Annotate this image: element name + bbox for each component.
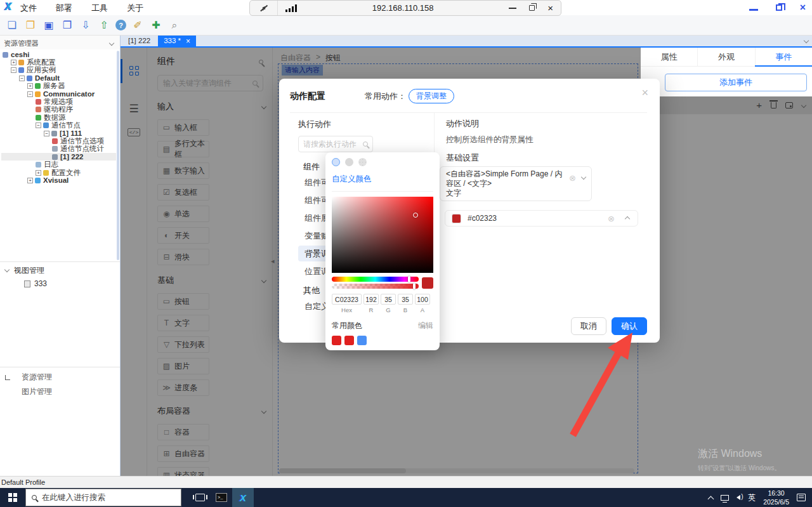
- common-swatch[interactable]: [357, 336, 367, 345]
- common-swatch[interactable]: [344, 336, 354, 345]
- collapse-icon[interactable]: −: [11, 67, 16, 73]
- custom-color-link[interactable]: 自定义颜色: [332, 174, 433, 185]
- common-swatch[interactable]: [332, 336, 341, 345]
- collapse-icon[interactable]: −: [36, 122, 41, 128]
- tree-item-通信节点统计[interactable]: 通信节点统计: [1, 145, 116, 153]
- editor-tab-[1]222[interactable]: [1] 222: [121, 36, 158, 46]
- menu-item-部署[interactable]: 部署: [56, 3, 72, 14]
- import-icon[interactable]: ⇩: [79, 18, 93, 32]
- edit-plus-icon[interactable]: ✐: [131, 18, 145, 32]
- clear-icon[interactable]: ⊗: [608, 215, 615, 223]
- solid-color-mode[interactable]: [332, 158, 340, 166]
- tree-item-ceshi[interactable]: ceshi: [1, 51, 116, 58]
- hue-handle[interactable]: [408, 276, 410, 282]
- alpha-input[interactable]: [415, 294, 430, 305]
- terminal-taskbar-button[interactable]: >_: [211, 488, 232, 507]
- background-color-field[interactable]: #c02323 ⊗: [445, 210, 638, 227]
- tree-item-Default[interactable]: −Default: [1, 74, 116, 82]
- image-manager-item[interactable]: 图片管理: [0, 386, 120, 397]
- remote-restore-icon[interactable]: [529, 5, 535, 11]
- collapse-icon[interactable]: −: [27, 91, 33, 97]
- saturation-cursor[interactable]: [413, 213, 418, 218]
- task-view-button[interactable]: [189, 488, 211, 507]
- alpha-slider[interactable]: [332, 284, 419, 289]
- export-icon[interactable]: ⇧: [97, 18, 111, 32]
- view-item-333[interactable]: 333: [0, 279, 120, 288]
- collapse-icon[interactable]: −: [44, 131, 49, 136]
- save-icon[interactable]: ▣: [42, 18, 56, 32]
- target-component-select[interactable]: <自由容器>Simple Form Page / 内容区 / <文字> 文字 ⊗: [440, 166, 592, 201]
- blue-input[interactable]: [398, 294, 413, 305]
- taskbar-search[interactable]: [25, 489, 181, 506]
- tree-item-Communicator[interactable]: −Communicator: [1, 90, 116, 98]
- taskbar-clock[interactable]: 16:30 2025/6/5: [763, 489, 789, 506]
- wand-icon[interactable]: ⌕: [167, 18, 181, 32]
- tree-item-应用实例[interactable]: −应用实例: [1, 67, 116, 74]
- menu-item-工具[interactable]: 工具: [91, 3, 108, 14]
- bg-adjust-badge[interactable]: 背景调整: [409, 89, 454, 103]
- tree-item-Xvisual[interactable]: +Xvisual: [1, 176, 116, 184]
- expand-icon[interactable]: +: [27, 178, 33, 183]
- tree-item-数据源[interactable]: 数据源: [1, 114, 116, 121]
- hue-slider[interactable]: [332, 277, 419, 282]
- tab-外观[interactable]: 外观: [697, 48, 754, 66]
- saturation-area[interactable]: [332, 197, 433, 273]
- cancel-button[interactable]: 取消: [571, 317, 606, 335]
- expand-icon[interactable]: +: [27, 83, 33, 89]
- input-language-indicator[interactable]: 英: [748, 492, 756, 503]
- collapse-icon[interactable]: −: [19, 76, 25, 81]
- tab-close-icon[interactable]: ×: [186, 38, 190, 44]
- window-restore-icon[interactable]: [776, 4, 782, 11]
- expand-icon[interactable]: +: [11, 60, 16, 65]
- tree-item-驱动程序[interactable]: 驱动程序: [1, 106, 116, 114]
- action-search[interactable]: [298, 136, 373, 152]
- pattern-color-mode[interactable]: [358, 158, 367, 166]
- network-icon[interactable]: [721, 495, 729, 501]
- hex-input[interactable]: [332, 294, 362, 305]
- unpin-button[interactable]: [250, 1, 278, 15]
- volume-icon[interactable]: [737, 495, 740, 500]
- tree-item-系统配置[interactable]: +系统配置: [1, 58, 116, 66]
- edit-colors-link[interactable]: 编辑: [418, 320, 433, 331]
- action-search-input[interactable]: [303, 140, 360, 148]
- menu-item-文件[interactable]: 文件: [20, 3, 37, 14]
- menu-item-关于[interactable]: 关于: [127, 3, 143, 14]
- green-input[interactable]: [381, 294, 396, 305]
- app-taskbar-button[interactable]: X: [232, 488, 254, 507]
- window-close-icon[interactable]: ×: [800, 3, 806, 12]
- tree-item-日志[interactable]: 日志: [1, 161, 116, 168]
- dialog-close-icon[interactable]: ×: [641, 87, 648, 98]
- remote-close-icon[interactable]: ×: [547, 4, 553, 12]
- open-folder-icon[interactable]: ❐: [23, 18, 37, 32]
- sidebar-scrollbar[interactable]: [117, 51, 119, 260]
- tree-item-通信节点[interactable]: −通信节点: [1, 122, 116, 129]
- confirm-button[interactable]: 确认: [612, 317, 647, 335]
- red-input[interactable]: [363, 294, 379, 305]
- new-file-icon[interactable]: ❏: [5, 18, 19, 32]
- tab-事件[interactable]: 事件: [755, 48, 812, 66]
- tree-item-[1] 222[interactable]: [1] 222: [1, 153, 116, 161]
- add-item-icon[interactable]: ✚: [149, 18, 163, 32]
- tree-item-通信节点选项[interactable]: 通信节点选项: [1, 137, 116, 145]
- gradient-color-mode[interactable]: [345, 158, 353, 166]
- clear-icon[interactable]: ⊗: [569, 174, 576, 182]
- resource-manager-header[interactable]: 资源管理: [0, 372, 120, 383]
- alpha-handle[interactable]: [413, 283, 416, 289]
- tray-expand-icon[interactable]: [708, 496, 714, 502]
- expand-icon[interactable]: +: [36, 170, 41, 176]
- tree-item-常规选项[interactable]: 常规选项: [1, 98, 116, 105]
- tab-属性[interactable]: 属性: [641, 48, 697, 66]
- explorer-header[interactable]: 资源管理器: [0, 36, 120, 49]
- start-button[interactable]: [0, 488, 25, 507]
- editor-tab-333*[interactable]: 333 *×: [158, 36, 196, 46]
- save-all-icon[interactable]: ❐: [60, 18, 74, 32]
- tree-item-配置文件[interactable]: +配置文件: [1, 169, 116, 176]
- tree-item-服务器[interactable]: +服务器: [1, 82, 116, 90]
- notification-center-icon[interactable]: [797, 494, 806, 501]
- help-icon[interactable]: ?: [115, 20, 126, 30]
- remote-minimize-icon[interactable]: [509, 8, 516, 9]
- tree-item-[1] 111[interactable]: −[1] 111: [1, 129, 116, 137]
- view-manager-header[interactable]: 视图管理: [0, 265, 120, 276]
- add-event-button[interactable]: 添加事件: [665, 74, 807, 91]
- window-minimize-icon[interactable]: [749, 9, 758, 11]
